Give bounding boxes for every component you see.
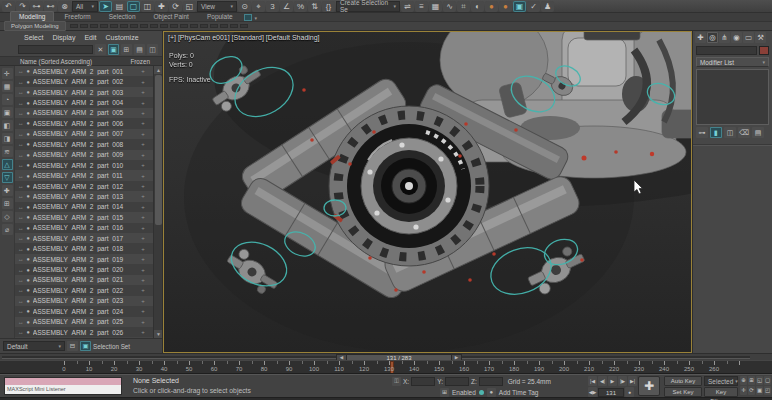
angle-snap-icon[interactable]: ∠ — [280, 1, 293, 12]
selection-set-combo[interactable]: Default▾ — [3, 341, 65, 351]
display-tab[interactable]: ▭ — [743, 32, 754, 43]
play-button[interactable]: ▶ — [608, 376, 617, 386]
table-row[interactable]: ↔●ASSEMBLY_ARM_2_part_001+ — [15, 66, 153, 76]
explorer-display-spacewarps-icon[interactable]: ≋ — [2, 146, 13, 157]
motion-tab[interactable]: ◉ — [731, 32, 742, 43]
use-pivot-center-icon[interactable]: ⊙ — [238, 1, 251, 12]
frozen-cell[interactable]: + — [133, 141, 153, 147]
zoom-extents-icon[interactable]: ◱ — [756, 376, 763, 385]
selection-filter-combo[interactable]: All▾ — [72, 1, 98, 12]
ribbon-panel-button[interactable] — [240, 24, 248, 28]
reference-coordinate-combo[interactable]: View▾ — [197, 1, 237, 12]
expand-icon[interactable]: ↔ — [18, 235, 24, 241]
expand-icon[interactable]: ↔ — [18, 287, 24, 293]
explorer-display-lights-icon[interactable]: ▣ — [2, 107, 13, 118]
object-color-swatch[interactable] — [759, 46, 769, 55]
curve-editor-icon[interactable]: ∿ — [443, 1, 456, 12]
explorer-display-shapes-icon[interactable]: ◔ — [2, 94, 13, 105]
explorer-display-helpers-icon[interactable]: ◨ — [2, 133, 13, 144]
explorer-display-groups-icon[interactable]: △ — [2, 159, 13, 170]
pan-icon[interactable]: ✛ — [740, 386, 747, 395]
frozen-cell[interactable]: + — [133, 100, 153, 106]
ribbon-panel-button[interactable] — [140, 24, 148, 28]
expand-icon[interactable]: ↔ — [18, 319, 24, 325]
delete-selection-set-button[interactable]: ⊟ — [67, 341, 78, 351]
key-mode-toggle-icon[interactable]: ◀▶ — [588, 387, 597, 397]
redo-icon[interactable]: ↷ — [16, 1, 29, 12]
expand-icon[interactable]: ↔ — [18, 100, 24, 106]
frozen-cell[interactable]: + — [133, 319, 153, 325]
viewport[interactable]: [+] [PhysCam e001] [Standard] [Default S… — [163, 31, 692, 353]
material-editor-icon[interactable]: ◐ — [471, 1, 484, 12]
undo-icon[interactable]: ↶ — [2, 1, 15, 12]
ribbon-panel-button[interactable] — [230, 24, 238, 28]
clear-search-button[interactable]: ✕ — [95, 44, 106, 55]
tab-modeling[interactable]: Modeling — [10, 11, 54, 21]
orbit-icon[interactable]: ⟳ — [748, 386, 755, 395]
current-frame-field[interactable]: 131 — [598, 388, 624, 397]
frozen-cell[interactable]: + — [133, 89, 153, 95]
select-and-manipulate-icon[interactable]: ⌖ — [252, 1, 265, 12]
set-key-button[interactable]: Set Key — [664, 387, 702, 397]
search-mode-button[interactable]: ▣ — [108, 44, 119, 55]
snaps-toggle-icon[interactable]: 3 — [266, 1, 279, 12]
transform-typein-icon[interactable]: ⊞ — [440, 388, 449, 397]
explorer-select-icon[interactable]: ✛ — [2, 68, 13, 79]
coord-field-z[interactable] — [479, 377, 503, 386]
pin-stack-button[interactable]: ⊶ — [696, 127, 708, 138]
tab-freeform[interactable]: Freeform — [56, 12, 98, 21]
table-row[interactable]: ↔●ASSEMBLY_ARM_2_part_021+ — [15, 275, 153, 285]
expand-icon[interactable]: ↔ — [18, 204, 24, 210]
rectangular-region-icon[interactable]: ▢ — [127, 1, 140, 12]
ribbon-panel-button[interactable] — [200, 24, 208, 28]
table-row[interactable]: ↔●ASSEMBLY_ARM_2_part_016+ — [15, 223, 153, 233]
selection-set-button[interactable]: ▣ — [80, 341, 91, 351]
frozen-cell[interactable]: + — [133, 173, 153, 179]
schematic-view-icon[interactable]: ⌗ — [457, 1, 470, 12]
named-selection-sets-combo[interactable]: Create Selection Se▾ — [336, 1, 400, 12]
edit-named-selection-sets-icon[interactable]: {} — [322, 1, 335, 12]
auto-key-button[interactable]: Auto Key — [664, 376, 702, 386]
show-end-result-button[interactable]: ▮ — [710, 127, 722, 138]
frozen-cell[interactable]: + — [133, 308, 153, 314]
ribbon-panel-button[interactable] — [150, 24, 158, 28]
tab-populate[interactable]: Populate — [199, 12, 241, 21]
frozen-cell[interactable]: + — [133, 246, 153, 252]
spinner-snap-icon[interactable]: ⇅ — [308, 1, 321, 12]
table-row[interactable]: ↔●ASSEMBLY_ARM_2_part_004+ — [15, 97, 153, 107]
frozen-cell[interactable]: + — [133, 183, 153, 189]
expand-icon[interactable]: ↔ — [18, 89, 24, 95]
lock-explorer-button[interactable]: ◫ — [147, 44, 158, 55]
search-input[interactable] — [18, 45, 93, 54]
viewport-canvas[interactable] — [164, 32, 691, 352]
table-row[interactable]: ↔●ASSEMBLY_ARM_2_part_026+ — [15, 327, 153, 337]
frozen-cell[interactable]: + — [133, 298, 153, 304]
table-row[interactable]: ↔●ASSEMBLY_ARM_2_part_002+ — [15, 76, 153, 86]
explorer-display-xrefs-icon[interactable]: ▽ — [2, 172, 13, 183]
tab-object-paint[interactable]: Object Paint — [146, 12, 197, 21]
ribbon-panel-button[interactable] — [190, 24, 198, 28]
maxscript-mini-listener[interactable]: MAXScript Mini Listener — [4, 377, 122, 395]
ribbon-panel-button[interactable] — [70, 24, 78, 28]
explorer-menu-display[interactable]: Display — [52, 34, 75, 41]
percent-snap-icon[interactable]: % — [294, 1, 307, 12]
expand-icon[interactable]: ↔ — [18, 225, 24, 231]
utilities-tab[interactable]: ⚒ — [755, 32, 766, 43]
ribbon-panel-button[interactable] — [180, 24, 188, 28]
table-row[interactable]: ↔●ASSEMBLY_ARM_2_part_005+ — [15, 108, 153, 118]
key-selection-combo[interactable]: Selected ▾ — [704, 376, 738, 386]
frozen-cell[interactable]: + — [133, 214, 153, 220]
object-name-field[interactable] — [696, 46, 757, 55]
ribbon-panel-button[interactable] — [210, 24, 218, 28]
state-sets-icon[interactable]: ▣ — [513, 1, 526, 12]
advanced-search-button[interactable]: ⊞ — [121, 44, 132, 55]
render-setup-icon[interactable]: ● — [485, 1, 498, 12]
column-name-header[interactable]: Name (Sorted Ascending) — [20, 58, 92, 65]
explorer-filter-icon[interactable]: ◇ — [2, 211, 13, 222]
table-row[interactable]: ↔●ASSEMBLY_ARM_2_part_022+ — [15, 285, 153, 295]
populate-toolbar-icon[interactable]: ♟ — [541, 1, 554, 12]
key-icon[interactable]: ● — [625, 387, 634, 397]
configure-modifier-sets-button[interactable]: ▤ — [752, 127, 764, 138]
expand-icon[interactable]: ↔ — [18, 193, 24, 199]
expand-icon[interactable]: ↔ — [18, 246, 24, 252]
